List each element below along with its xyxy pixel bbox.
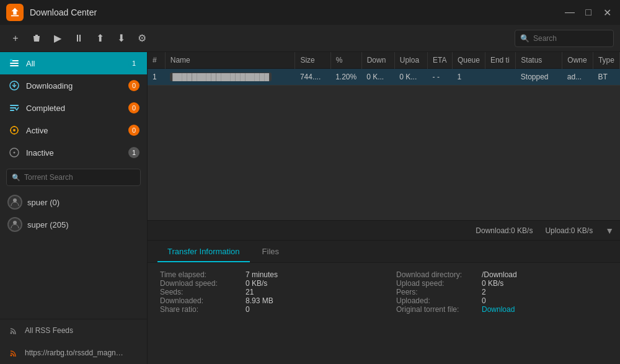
cell-status: Stopped <box>516 69 562 86</box>
move-down-button[interactable]: ⬇ <box>112 29 130 48</box>
sidebar-item-all[interactable]: All 1 <box>0 52 147 74</box>
user-super-icon <box>7 217 22 232</box>
play-button[interactable]: ▶ <box>48 29 67 48</box>
info-row-elapsed: Time elapsed: 7 minutes <box>160 270 371 279</box>
info-row-ulspeed: Upload speed: 0 KB/s <box>396 279 608 288</box>
window-controls[interactable]: — □ ✕ <box>563 6 614 19</box>
seeds-value: 21 <box>246 288 254 296</box>
status-bar: Download:0 KB/s Upload:0 KB/s ▼ <box>148 220 620 240</box>
peers-value: 2 <box>482 288 486 296</box>
torrent-search-input[interactable] <box>24 173 135 182</box>
col-queue: Queue <box>452 52 485 69</box>
cell-queue: 1 <box>452 69 485 86</box>
user-super[interactable]: super (205) <box>0 213 147 236</box>
uploaded-value: 0 <box>482 296 486 305</box>
col-upload: Uploa <box>394 52 427 69</box>
active-badge: 0 <box>128 125 140 136</box>
downloading-icon <box>7 79 21 92</box>
settings-button[interactable]: ⚙ <box>133 29 151 48</box>
info-row-torrent-file: Original torrent file: Download <box>396 305 608 314</box>
downloads-table: # Name Size % Down Uploa ETA Queue End t… <box>148 52 620 86</box>
minimize-button[interactable]: — <box>563 6 577 19</box>
close-button[interactable]: ✕ <box>600 6 614 19</box>
all-label: All <box>26 59 128 68</box>
col-status: Status <box>516 52 562 69</box>
tab-files[interactable]: Files <box>252 242 289 262</box>
torrentfile-link[interactable]: Download <box>482 305 515 314</box>
cell-eta: - - <box>428 69 453 86</box>
table-row[interactable]: 1 ████████████████████ 744.... 1.20% 0 K… <box>148 69 620 86</box>
info-row-peers: Peers: 2 <box>396 288 608 296</box>
sidebar-item-completed[interactable]: Completed 0 <box>0 97 147 119</box>
sidebar-item-downloading[interactable]: Downloading 0 <box>0 74 147 97</box>
ulspeed-label: Upload speed: <box>396 279 477 288</box>
torrentfile-label: Original torrent file: <box>396 305 477 314</box>
info-row-uploaded: Uploaded: 0 <box>396 296 608 305</box>
user-spuer[interactable]: spuer (0) <box>0 191 147 213</box>
move-up-button[interactable]: ⬆ <box>91 29 109 48</box>
completed-badge: 0 <box>128 102 140 113</box>
completed-icon <box>7 101 21 115</box>
table-header-row: # Name Size % Down Uploa ETA Queue End t… <box>148 52 620 69</box>
search-input[interactable] <box>533 34 620 43</box>
col-percent: % <box>330 52 361 69</box>
user-spuer-label: spuer (0) <box>27 198 60 207</box>
rss-rarbg-icon <box>7 347 20 359</box>
downloaded-label: Downloaded: <box>160 296 241 305</box>
rss-all-label: All RSS Feeds <box>25 326 73 335</box>
col-type: Type <box>593 52 619 69</box>
sidebar-item-active[interactable]: Active 0 <box>0 119 147 141</box>
svg-rect-6 <box>10 65 19 66</box>
inactive-icon <box>7 146 21 159</box>
peers-label: Peers: <box>396 288 477 296</box>
col-endtime: End ti <box>485 52 515 69</box>
app-logo <box>6 4 24 21</box>
pause-button[interactable]: ⏸ <box>69 29 88 48</box>
tab-content-transfer: Time elapsed: 7 minutes Download speed: … <box>148 263 620 364</box>
maximize-button[interactable]: □ <box>582 6 595 19</box>
search-icon: 🔍 <box>520 34 529 43</box>
toolbar: + ▶ ⏸ ⬆ ⬇ ⚙ 🔍 <box>0 25 620 52</box>
cell-upload: 0 K... <box>394 69 427 86</box>
cell-down: 0 K... <box>361 69 394 86</box>
info-row-downloaded: Downloaded: 8.93 MB <box>160 296 371 305</box>
share-label: Share ratio: <box>160 305 241 314</box>
info-row-dlspeed: Download speed: 0 KB/s <box>160 279 371 288</box>
cell-percent: 1.20% <box>330 69 361 86</box>
app-title: Download Center <box>30 7 563 17</box>
downloaded-value: 8.93 MB <box>246 296 273 305</box>
delete-button[interactable] <box>27 29 46 48</box>
cell-size: 744.... <box>295 69 330 86</box>
dlspeed-value: 0 KB/s <box>246 279 267 288</box>
cell-num: 1 <box>148 69 165 86</box>
download-speed-status: Download:0 KB/s <box>476 226 533 235</box>
sidebar-item-inactive[interactable]: Inactive 1 <box>0 141 147 164</box>
sidebar-rss-section: All RSS Feeds https://rarbg.to/rssdd_mag… <box>0 319 147 364</box>
main-layout: All 1 Downloading 0 <box>0 52 620 364</box>
info-row-dldir: Download directory: /Download <box>396 270 608 279</box>
expand-panel-button[interactable]: ▼ <box>605 226 614 236</box>
rss-all-feeds[interactable]: All RSS Feeds <box>0 319 147 342</box>
tab-transfer-information[interactable]: Transfer Information <box>157 242 250 262</box>
info-row-seeds: Seeds: 21 <box>160 288 371 296</box>
torrent-search-box[interactable]: 🔍 <box>6 169 141 186</box>
cell-owner: ad... <box>562 69 593 86</box>
rss-rarbg[interactable]: https://rarbg.to/rssdd_magnet.p <box>0 342 147 364</box>
transfer-left-col: Time elapsed: 7 minutes Download speed: … <box>160 270 371 314</box>
downloading-badge: 0 <box>128 80 140 91</box>
svg-point-20 <box>13 198 17 202</box>
transfer-info-grid: Time elapsed: 7 minutes Download speed: … <box>160 270 608 314</box>
dldir-value: /Download <box>482 270 517 279</box>
downloading-label: Downloading <box>26 81 128 91</box>
add-button[interactable]: + <box>6 29 25 48</box>
active-icon <box>7 123 21 137</box>
dlspeed-label: Download speed: <box>160 279 241 288</box>
col-size: Size <box>295 52 330 69</box>
search-box[interactable]: 🔍 <box>515 30 614 47</box>
col-num: # <box>148 52 165 69</box>
sidebar: All 1 Downloading 0 <box>0 52 148 364</box>
downloads-table-area[interactable]: # Name Size % Down Uploa ETA Queue End t… <box>148 52 620 220</box>
file-name-text: ████████████████████ <box>170 73 272 81</box>
info-row-share: Share ratio: 0 <box>160 305 371 314</box>
svg-point-13 <box>13 129 16 131</box>
